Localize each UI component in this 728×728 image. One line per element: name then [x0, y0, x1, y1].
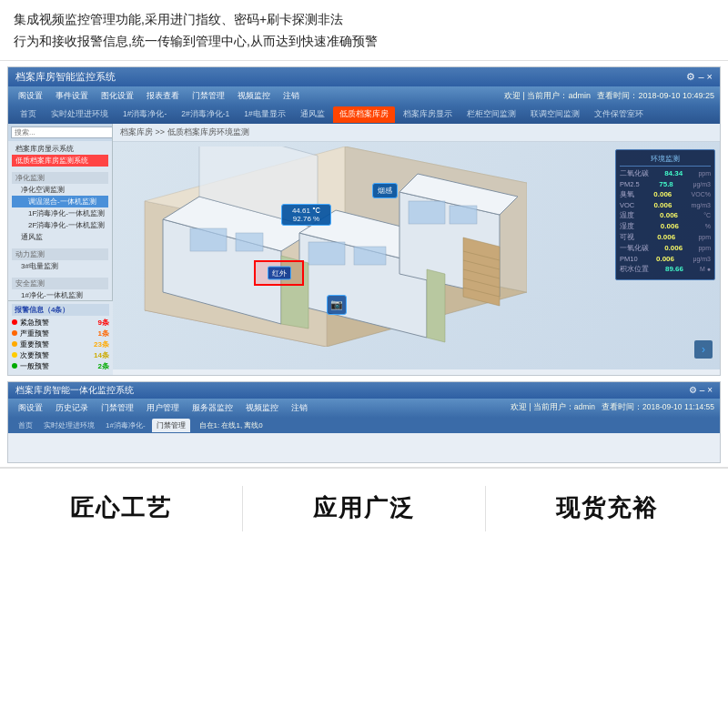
tab-shelf[interactable]: 栏柜空间监测	[460, 106, 522, 123]
next-chevron[interactable]: ›	[694, 340, 713, 359]
sidebar-section-purify: 净化监测 净化空调监测 调温混合-一体机监测 1F消毒净化-一体机监测 2F消毒…	[8, 168, 112, 245]
env-ozone-unit: VOC%	[692, 191, 711, 197]
tab-purify2[interactable]: 2#消毒净化-1	[175, 106, 236, 123]
search-input[interactable]	[11, 126, 113, 138]
sidebar-title-power: 动力监测	[12, 248, 108, 260]
tab-realtime[interactable]: 实时处理进环境	[45, 106, 115, 123]
brand-item-widespread: 应用广泛	[243, 492, 485, 524]
env-panel: 环境监测 二氧化碳 84.34 ppm PM2.5 75.8 μg/m3 臭氧 …	[615, 149, 715, 280]
sidebar-item-1f[interactable]: 1F消毒净化-一体机监测	[12, 207, 108, 219]
env-row-co: 一氧化碳 0.006 ppm	[620, 244, 711, 253]
nav2-history[interactable]: 历史记录	[51, 400, 93, 416]
tab-home[interactable]: 首页	[14, 106, 43, 123]
tab-vent[interactable]: 通风监	[294, 106, 331, 123]
main-content-area: 档案库房显示系统 低质档案库房监测系统 净化监测 净化空调监测 调温混合-一体机…	[8, 124, 720, 369]
sidebar-item-vent[interactable]: 通风监	[12, 231, 108, 243]
close-icon-2[interactable]: ×	[707, 385, 713, 395]
tab-file[interactable]: 文件保管室环	[588, 106, 650, 123]
sidebar-item-2f[interactable]: 2F消毒净化-一体机监测	[12, 219, 108, 231]
nav-logout[interactable]: 注销	[278, 88, 304, 104]
alarm-title: 报警信息（4条）	[12, 304, 109, 316]
sidebar-item-display-system[interactable]: 档案库房显示系统	[12, 143, 108, 155]
nav2-video[interactable]: 视频监控	[241, 400, 283, 416]
nav2-logout[interactable]: 注销	[287, 400, 312, 416]
env-panel-title: 环境监测	[620, 154, 711, 167]
alarm-critical-label: 紧急预警	[20, 318, 49, 328]
env-row-voc: VOC 0.006 mg/m3	[620, 201, 711, 209]
screenshot-1: 档案库房智能监控系统 ⚙ – × 阁设置 事件设置 图化设置 报表查看 门禁管理…	[7, 66, 721, 376]
sidebar-item-ac[interactable]: 净化空调监测	[12, 184, 108, 196]
nav-report[interactable]: 报表查看	[142, 88, 184, 104]
minor-dot	[12, 352, 17, 358]
env-pm25-label: PM2.5	[620, 180, 640, 188]
brand-section: 匠心工艺 应用广泛 现货充裕	[0, 467, 728, 549]
bubble-smoke: 烟感	[372, 183, 398, 198]
camera-icon: 📷	[327, 295, 347, 315]
sys2-tab-home[interactable]: 首页	[14, 419, 37, 432]
sidebar-item-power3[interactable]: 3#电量监测	[12, 260, 108, 272]
sidebar-item-lowq[interactable]: 低质档案库房监测系统	[12, 155, 108, 167]
gear-icon[interactable]: ⚙	[686, 71, 695, 82]
sys1-titlebar: 档案库房智能监控系统 ⚙ – ×	[8, 67, 720, 86]
env-ozone-value: 0.006	[653, 190, 672, 198]
alarm-minor-label: 次要预警	[20, 350, 49, 360]
tab-display[interactable]: 档案库房显示	[397, 106, 459, 123]
env-co2-value: 84.34	[664, 169, 682, 177]
sidebar-title-security: 安全监测	[12, 278, 108, 289]
sys2-title: 档案库房智能一体化监控系统	[15, 384, 134, 397]
red-highlight-box: 红外	[254, 260, 304, 286]
nav2-settings[interactable]: 阁设置	[14, 400, 47, 416]
sys1-title: 档案库房智能监控系统	[15, 70, 116, 84]
sidebar-search-bar	[8, 124, 112, 141]
sys2-titlebar: 档案库房智能一体化监控系统 ⚙ – ×	[8, 382, 720, 399]
env-ozone-label: 臭氧	[620, 190, 634, 199]
tab-purify1[interactable]: 1#消毒净化-	[116, 106, 173, 123]
gear-icon-2[interactable]: ⚙	[689, 385, 697, 395]
bubble-humidity: 92.76 %	[287, 215, 326, 223]
env-water-unit: M ●	[700, 266, 711, 272]
nav2-users[interactable]: 用户管理	[142, 400, 184, 416]
close-icon[interactable]: ×	[707, 71, 713, 82]
sys2-tab-door[interactable]: 门禁管理	[152, 419, 190, 432]
intro-line1: 集成视频监控管理功能,采用进门指纹、密码+刷卡探测非法	[14, 9, 714, 31]
brand-item-craftsmanship: 匠心工艺	[0, 492, 242, 524]
minus-icon-2[interactable]: –	[700, 385, 707, 395]
sys2-info: 欢迎 | 当前用户：admin 查看时间：2018-09-10 11:14:55	[511, 402, 714, 413]
sidebar-item-mix[interactable]: 调温混合-一体机监测	[12, 196, 108, 207]
tab-power[interactable]: 1#电量显示	[238, 106, 291, 123]
alarm-general-label: 一般预警	[20, 361, 49, 369]
smoke-label: 烟感	[378, 187, 392, 195]
env-co2-unit: ppm	[698, 170, 711, 177]
alarm-row-general: 一般预警 2条	[12, 361, 109, 369]
nav-video[interactable]: 视频监控	[233, 88, 275, 104]
env-hum-value: 0.006	[661, 222, 679, 230]
tab-lowquality[interactable]: 低质档案库房	[333, 106, 395, 123]
minus-icon[interactable]: –	[698, 71, 706, 82]
alarm-row-important: 重要预警 23条	[12, 339, 109, 349]
svg-rect-20	[236, 233, 263, 251]
nav-visual[interactable]: 图化设置	[96, 88, 138, 104]
env-co-label: 一氧化碳	[620, 244, 649, 253]
nav-settings[interactable]: 阁设置	[14, 88, 47, 104]
env-row-temp: 温度 0.006 °C	[620, 211, 711, 220]
nav-door[interactable]: 门禁管理	[187, 88, 229, 104]
brand-text-2: 应用广泛	[313, 492, 415, 524]
env-temp-unit: °C	[703, 212, 711, 218]
sys1-tabs: 首页 实时处理进环境 1#消毒净化- 2#消毒净化-1 1#电量显示 通风监 低…	[8, 106, 720, 124]
room-visualization: 44.61 ℃ 92.76 % 烟感 红外 📷 环境监测	[113, 142, 720, 369]
severe-dot	[12, 330, 17, 336]
sys2-tab-realtime[interactable]: 实时处理进环境	[39, 419, 99, 432]
svg-rect-19	[190, 228, 227, 251]
breadcrumb: 档案库房 >> 低质档案库房环境监测	[113, 124, 720, 142]
room-isometric-svg	[117, 147, 527, 347]
alarm-minor-count: 14条	[94, 350, 109, 360]
bubble-infrared: 红外	[268, 266, 291, 279]
sys2-tab-purify[interactable]: 1#消毒净化-	[101, 419, 150, 432]
env-voc-value: 0.006	[653, 201, 672, 209]
alarm-important-label: 重要预警	[20, 339, 49, 349]
tab-union[interactable]: 联调空间监测	[524, 106, 586, 123]
nav-events[interactable]: 事件设置	[51, 88, 93, 104]
nav2-server[interactable]: 服务器监控	[187, 400, 238, 416]
nav2-door[interactable]: 门禁管理	[96, 400, 138, 416]
alarm-severe-count: 1条	[98, 329, 109, 339]
